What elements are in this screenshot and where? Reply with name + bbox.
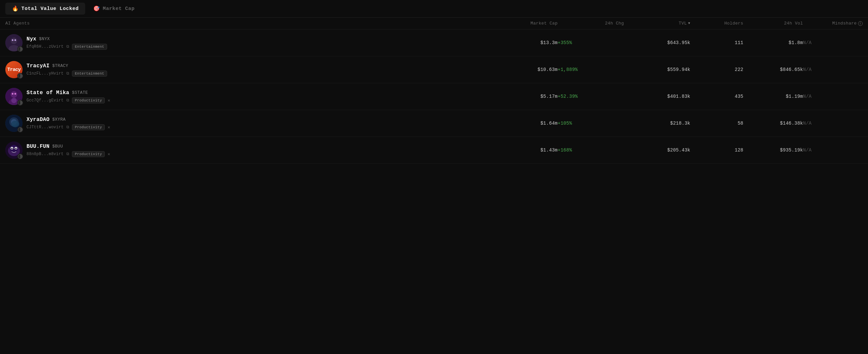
market-cap-tracyai: $10.63m (498, 67, 558, 72)
table-row[interactable]: BUU.FUN $BUU 88n8pB...m8virt ⧉ Productiv… (0, 137, 868, 164)
table-row[interactable]: State of Mika $STATE Gcc7Qf...gEvirt ⧉ P… (0, 83, 868, 110)
virtu-badge-buufun (17, 154, 23, 159)
chg24h-buufun: +168% (558, 148, 624, 153)
copy-address-tracyai[interactable]: ⧉ (66, 71, 69, 76)
agent-name-row-nyx: Nyx $NYX (27, 36, 107, 42)
avatar-wrap-stateofmika (5, 88, 23, 105)
market-cap-stateofmika: $5.17m (498, 94, 558, 99)
marketcap-tab-label: Market Cap (103, 6, 134, 11)
agent-meta-stateofmika: Gcc7Qf...gEvirt ⧉ Productivity ✕ (27, 97, 110, 103)
copy-address-stateofmika[interactable]: ⧉ (66, 98, 69, 103)
marketcap-tab[interactable]: 🎯 Market Cap (87, 3, 141, 14)
virtu-badge-stateofmika (17, 100, 23, 106)
chg24h-xyradao: +105% (558, 121, 624, 126)
agent-meta-tracyai: C1nzFL...yHvirt ⧉ Entertainment (27, 71, 107, 76)
agent-name-row-xyradao: XyraDAO $XYRA (27, 117, 110, 123)
agent-ticker-tracyai: $TRACY (52, 63, 68, 68)
table-row[interactable]: XyraDAO $XYRA CJTttR...wovirt ⧉ Producti… (0, 110, 868, 137)
vol24h-stateofmika: $1.19m (743, 94, 803, 99)
agent-info-buufun: BUU.FUN $BUU 88n8pB...m8virt ⧉ Productiv… (27, 143, 110, 157)
agent-cell-tracyai: Tracy TracyAI $TRACY C1nzFL...yHvirt ⧉ E… (5, 61, 498, 78)
svg-point-1 (10, 37, 17, 44)
mindshare-buufun: N/A (803, 148, 863, 153)
mindshare-tracyai: N/A (803, 67, 863, 72)
agent-cell-buufun: BUU.FUN $BUU 88n8pB...m8virt ⧉ Productiv… (5, 141, 498, 159)
copy-address-nyx[interactable]: ⧉ (66, 44, 69, 49)
col-header-agents: AI Agents (5, 21, 498, 26)
x-icon-stateofmika[interactable]: ✕ (107, 98, 110, 103)
holders-tracyai: 222 (690, 67, 743, 72)
category-xyradao[interactable]: Productivity (72, 124, 105, 130)
avatar-wrap-buufun (5, 141, 23, 159)
vol24h-buufun: $935.19k (743, 148, 803, 153)
address-tracyai: C1nzFL...yHvirt (27, 71, 64, 76)
vol24h-tracyai: $846.65k (743, 67, 803, 72)
svg-point-8 (12, 93, 13, 95)
table-row[interactable]: Tracy TracyAI $TRACY C1nzFL...yHvirt ⧉ E… (0, 56, 868, 83)
agent-meta-xyradao: CJTttR...wovirt ⧉ Productivity ✕ (27, 124, 110, 130)
tvl-xyradao: $218.3k (624, 121, 690, 126)
table-row[interactable]: Nyx $NYX EfqR6H...zUvirt ⧉ Entertainment… (0, 30, 868, 56)
copy-address-xyradao[interactable]: ⧉ (66, 125, 69, 130)
agent-ticker-xyradao: $XYRA (52, 117, 65, 122)
holders-stateofmika: 435 (690, 94, 743, 99)
tvl-nyx: $643.95k (624, 40, 690, 45)
virtu-badge-xyradao (17, 127, 23, 133)
holders-nyx: 111 (690, 40, 743, 45)
agent-name-row-tracyai: TracyAI $TRACY (27, 63, 107, 69)
market-cap-nyx: $13.3m (498, 40, 558, 45)
tvl-tab[interactable]: 🔥 Total Value Locked (5, 3, 85, 14)
agent-name-xyradao: XyraDAO (27, 117, 50, 123)
svg-point-3 (12, 39, 13, 41)
svg-point-6 (10, 91, 17, 98)
col-header-tvl[interactable]: TVL ▼ (624, 21, 690, 26)
svg-point-20 (11, 148, 12, 149)
category-buufun[interactable]: Productivity (72, 151, 105, 157)
mindshare-nyx: N/A (803, 40, 863, 45)
category-nyx[interactable]: Entertainment (72, 44, 107, 50)
svg-point-9 (14, 93, 16, 95)
copy-address-buufun[interactable]: ⧉ (66, 152, 69, 156)
agent-name-tracyai: TracyAI (27, 63, 50, 69)
col-header-marketcap: Market Cap (498, 21, 558, 26)
col-header-chg24h: 24h Chg (558, 21, 624, 26)
agent-name-row-buufun: BUU.FUN $BUU (27, 143, 110, 150)
agent-ticker-nyx: $NYX (39, 36, 50, 41)
tvl-stateofmika: $401.83k (624, 94, 690, 99)
agent-ticker-stateofmika: $STATE (72, 90, 88, 95)
chg24h-stateofmika: +52.39% (558, 94, 624, 99)
virtu-badge-tracyai (17, 73, 23, 79)
col-header-mindshare: Mindshare i (803, 21, 863, 26)
agent-ticker-buufun: $BUU (52, 144, 63, 149)
agent-name-buufun: BUU.FUN (27, 143, 50, 150)
agent-cell-nyx: Nyx $NYX EfqR6H...zUvirt ⧉ Entertainment (5, 34, 498, 52)
avatar-wrap-xyradao (5, 115, 23, 132)
x-icon-buufun[interactable]: ✕ (107, 152, 110, 157)
market-cap-xyradao: $1.64m (498, 121, 558, 126)
tvl-tab-label: Total Value Locked (22, 6, 79, 11)
mindshare-xyradao: N/A (803, 121, 863, 126)
table-header: AI Agents Market Cap 24h Chg TVL ▼ Holde… (0, 18, 868, 30)
agents-table: AI Agents Market Cap 24h Chg TVL ▼ Holde… (0, 18, 868, 164)
vol24h-xyradao: $146.38k (743, 121, 803, 126)
svg-point-21 (15, 148, 17, 149)
agent-name-nyx: Nyx (27, 36, 36, 42)
svg-point-4 (14, 39, 16, 41)
x-icon-xyradao[interactable]: ✕ (107, 125, 110, 130)
chg24h-nyx: +355% (558, 40, 624, 45)
col-header-vol24h: 24h Vol (743, 21, 803, 26)
agent-info-stateofmika: State of Mika $STATE Gcc7Qf...gEvirt ⧉ P… (27, 90, 110, 103)
virtu-badge-nyx (17, 46, 23, 52)
avatar-wrap-tracyai: Tracy (5, 61, 23, 78)
target-icon: 🎯 (93, 5, 100, 12)
holders-buufun: 128 (690, 148, 743, 153)
vol24h-nyx: $1.8m (743, 40, 803, 45)
mindshare-info-icon[interactable]: i (858, 21, 863, 26)
tvl-buufun: $205.43k (624, 148, 690, 153)
category-stateofmika[interactable]: Productivity (72, 97, 105, 103)
category-tracyai[interactable]: Entertainment (72, 71, 107, 76)
address-xyradao: CJTttR...wovirt (27, 125, 64, 130)
mindshare-stateofmika: N/A (803, 94, 863, 99)
agent-cell-stateofmika: State of Mika $STATE Gcc7Qf...gEvirt ⧉ P… (5, 88, 498, 105)
chg24h-tracyai: +1,889% (558, 67, 624, 72)
